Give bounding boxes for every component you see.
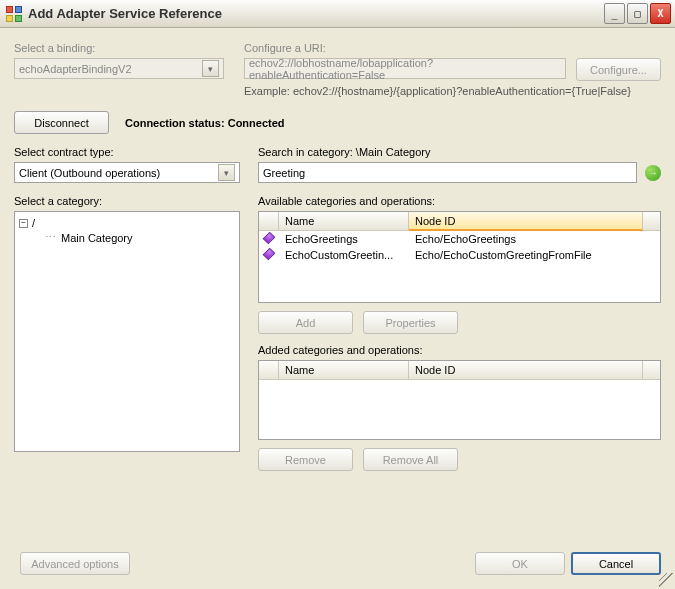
connection-status-value: Connected: [228, 117, 285, 129]
added-grid[interactable]: Name Node ID: [258, 360, 661, 440]
disconnect-button[interactable]: Disconnect: [14, 111, 109, 134]
resize-grip-icon[interactable]: [659, 573, 673, 587]
row-node: Echo/EchoCustomGreetingFromFile: [409, 248, 660, 262]
remove-button: Remove: [258, 448, 353, 471]
available-grid[interactable]: Name Node ID EchoGreetings Echo/EchoGree…: [258, 211, 661, 303]
connection-status-label: Connection status:: [125, 117, 225, 129]
column-header-icon[interactable]: [259, 212, 279, 230]
properties-button: Properties: [363, 311, 458, 334]
add-button: Add: [258, 311, 353, 334]
contract-label: Select contract type:: [14, 146, 240, 158]
tree-child[interactable]: ⋯ Main Category: [19, 230, 235, 245]
close-button[interactable]: X: [650, 3, 671, 24]
column-header-nodeid[interactable]: Node ID: [409, 361, 643, 379]
column-header-name[interactable]: Name: [279, 361, 409, 379]
column-header-name[interactable]: Name: [279, 212, 409, 230]
search-go-icon[interactable]: [645, 165, 661, 181]
configure-button: Configure...: [576, 58, 661, 81]
app-icon: [6, 6, 22, 22]
tree-collapse-icon[interactable]: −: [19, 219, 28, 228]
uri-example: Example: echov2://{hostname}/{applicatio…: [244, 85, 661, 97]
available-label: Available categories and operations:: [258, 195, 661, 207]
binding-label: Select a binding:: [14, 42, 224, 54]
binding-combobox: echoAdapterBindingV2: [14, 58, 224, 79]
table-row[interactable]: EchoGreetings Echo/EchoGreetings: [259, 231, 660, 247]
window-title: Add Adapter Service Reference: [28, 6, 598, 21]
cancel-button[interactable]: Cancel: [571, 552, 661, 575]
operation-icon: [263, 232, 276, 245]
column-header-scroll: [643, 361, 660, 379]
row-name: EchoGreetings: [279, 232, 409, 246]
category-tree[interactable]: − / ⋯ Main Category: [14, 211, 240, 452]
connection-status: Connection status: Connected: [125, 117, 285, 129]
ok-button: OK: [475, 552, 565, 575]
minimize-button[interactable]: _: [604, 3, 625, 24]
tree-root-label: /: [32, 217, 35, 229]
added-label: Added categories and operations:: [258, 344, 661, 356]
binding-value: echoAdapterBindingV2: [19, 63, 132, 75]
chevron-down-icon: [202, 60, 219, 77]
operation-icon: [263, 248, 276, 261]
row-name: EchoCustomGreetin...: [279, 248, 409, 262]
chevron-down-icon[interactable]: [218, 164, 235, 181]
uri-label: Configure a URI:: [244, 42, 661, 54]
category-tree-label: Select a category:: [14, 195, 240, 207]
tree-root[interactable]: − /: [19, 216, 235, 230]
maximize-button[interactable]: □: [627, 3, 648, 24]
tree-connector-icon: ⋯: [45, 231, 57, 244]
search-input[interactable]: Greeting: [258, 162, 637, 183]
remove-all-button: Remove All: [363, 448, 458, 471]
column-header-nodeid[interactable]: Node ID: [409, 212, 643, 231]
search-value: Greeting: [263, 167, 305, 179]
contract-value: Client (Outbound operations): [19, 167, 160, 179]
uri-textbox: echov2://lobhostname/lobapplication?enab…: [244, 58, 566, 79]
contract-combobox[interactable]: Client (Outbound operations): [14, 162, 240, 183]
table-row[interactable]: EchoCustomGreetin... Echo/EchoCustomGree…: [259, 247, 660, 263]
tree-child-label: Main Category: [61, 232, 133, 244]
row-node: Echo/EchoGreetings: [409, 232, 660, 246]
column-header-icon[interactable]: [259, 361, 279, 379]
title-bar: Add Adapter Service Reference _ □ X: [0, 0, 675, 28]
search-label: Search in category: \Main Category: [258, 146, 661, 158]
uri-value: echov2://lobhostname/lobapplication?enab…: [249, 57, 561, 81]
column-header-scroll: [643, 212, 660, 230]
advanced-options-button: Advanced options: [20, 552, 130, 575]
